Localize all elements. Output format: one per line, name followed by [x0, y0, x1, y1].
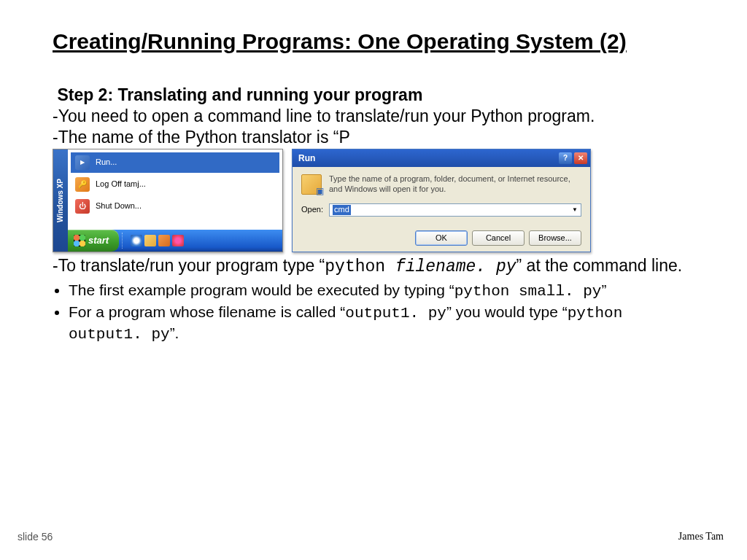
help-button[interactable]: ? — [559, 152, 572, 164]
ie-icon[interactable] — [131, 235, 142, 246]
para-2: -The name of the Python translator is “P — [53, 127, 694, 148]
windows-xp-stripe: Windows XP — [53, 149, 68, 252]
start-menu-item-shutdown[interactable]: Shut Down... — [71, 196, 279, 217]
open-input[interactable]: cmd ▼ — [329, 203, 581, 217]
logoff-icon — [75, 177, 90, 192]
firefox-icon[interactable] — [172, 235, 184, 246]
bullet-list: The first example program would be execu… — [53, 281, 694, 344]
run-icon — [75, 155, 90, 170]
browse-button[interactable]: Browse... — [529, 230, 581, 246]
author-name: James Tam — [678, 531, 724, 542]
cancel-button[interactable]: Cancel — [472, 230, 525, 246]
para-1: -You need to open a command line to tran… — [53, 106, 694, 127]
explorer-icon[interactable] — [144, 235, 156, 246]
bullet-item: The first example program would be execu… — [69, 281, 694, 301]
start-menu-screenshot: Windows XP Run... Log Off tamj... — [53, 149, 283, 252]
open-label: Open: — [301, 205, 323, 215]
run-hint-text: Type the name of a program, folder, docu… — [329, 174, 581, 195]
start-menu-item-run[interactable]: Run... — [71, 152, 279, 173]
ok-button[interactable]: OK — [415, 230, 468, 246]
bullet-item: For a program whose filename is called “… — [69, 303, 694, 344]
app-icon[interactable] — [158, 235, 170, 246]
run-dialog-title: Run — [298, 153, 315, 164]
quick-launch — [128, 235, 187, 246]
body-content: Step 2: Translating and running your pro… — [53, 85, 694, 344]
para-translate: -To translate/run your program type “pyt… — [53, 255, 694, 278]
menu-label: Log Off tamj... — [96, 179, 146, 190]
slide-number: slide 56 — [18, 531, 53, 542]
step-heading: Step 2: Translating and running your pro… — [53, 85, 694, 106]
run-dialog-screenshot: Run ? ✕ Type the name of a program, fold… — [292, 149, 591, 252]
screenshot-row: Windows XP Run... Log Off tamj... — [53, 149, 694, 252]
chevron-down-icon[interactable]: ▼ — [572, 206, 578, 214]
shutdown-icon — [75, 199, 90, 214]
start-button[interactable]: start — [68, 230, 119, 252]
menu-label: Run... — [96, 158, 117, 168]
run-hint-icon — [301, 174, 322, 195]
start-menu-item-logoff[interactable]: Log Off tamj... — [71, 174, 279, 195]
slide-title: Creating/Running Programs: One Operating… — [53, 29, 694, 54]
close-button[interactable]: ✕ — [574, 152, 587, 164]
run-dialog-titlebar: Run ? ✕ — [293, 149, 590, 167]
menu-label: Shut Down... — [96, 201, 142, 211]
taskbar: start — [68, 230, 282, 252]
